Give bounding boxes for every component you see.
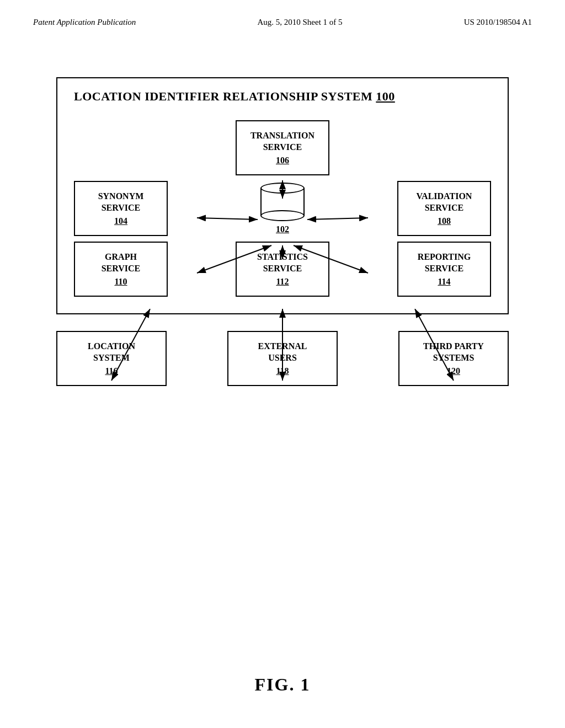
figure-caption: FIG. 1 — [0, 675, 565, 695]
cylinder-bottom — [260, 210, 305, 221]
location-system-box: LOCATIONSYSTEM 116 — [56, 331, 167, 386]
synonym-service-box: SYNONYMSERVICE 104 — [74, 181, 168, 236]
translation-service-ref: 106 — [276, 156, 289, 165]
location-system-ref: 116 — [105, 366, 118, 376]
top-row: TRANSLATIONSERVICE 106 — [74, 120, 491, 175]
database-cylinder — [260, 183, 305, 221]
header-date-sheet: Aug. 5, 2010 Sheet 1 of 5 — [257, 18, 342, 27]
diagram-area: LOCATION IDENTIFIER RELATIONSHIP SYSTEM … — [33, 77, 532, 629]
system-box: LOCATION IDENTIFIER RELATIONSHIP SYSTEM … — [56, 77, 509, 314]
statistics-service-box: STATISTICSSERVICE 112 — [236, 242, 329, 297]
third-party-systems-ref: 120 — [447, 366, 460, 376]
validation-service-ref: 108 — [438, 216, 451, 226]
external-users-label: EXTERNALUSERS — [258, 341, 307, 364]
translation-service-box: TRANSLATIONSERVICE 106 — [236, 120, 329, 175]
location-system-label: LOCATIONSYSTEM — [88, 341, 135, 364]
statistics-service-ref: 112 — [276, 277, 289, 287]
header-publication-type: Patent Application Publication — [33, 18, 136, 27]
graph-service-label: GRAPHSERVICE — [102, 251, 141, 275]
external-row: LOCATIONSYSTEM 116 EXTERNALUSERS 118 THI… — [56, 331, 509, 386]
reporting-service-box: REPORTINGSERVICE 114 — [397, 242, 491, 297]
validation-service-box: VALIDATIONSERVICE 108 — [397, 181, 491, 236]
synonym-service-ref: 104 — [114, 216, 127, 226]
reporting-service-ref: 114 — [438, 277, 450, 287]
third-party-systems-label: THIRD PARTYSYSTEMS — [423, 341, 484, 364]
diagram-wrapper: LOCATION IDENTIFIER RELATIONSHIP SYSTEM … — [56, 77, 509, 386]
mid-row: SYNONYMSERVICE 104 102 VALIDATIONSERVICE… — [74, 181, 491, 236]
bot-row: GRAPHSERVICE 110 STATISTICSSERVICE 112 R… — [74, 242, 491, 297]
database-container: 102 — [249, 183, 316, 234]
reporting-service-label: REPORTINGSERVICE — [418, 251, 471, 275]
external-users-ref: 118 — [276, 366, 289, 376]
validation-service-label: VALIDATIONSERVICE — [417, 191, 472, 214]
graph-service-box: GRAPHSERVICE 110 — [74, 242, 168, 297]
database-ref: 102 — [276, 224, 289, 234]
cylinder-top — [260, 183, 305, 194]
graph-service-ref: 110 — [114, 277, 127, 287]
system-title: LOCATION IDENTIFIER RELATIONSHIP SYSTEM … — [74, 89, 491, 104]
translation-service-label: TRANSLATIONSERVICE — [250, 130, 315, 153]
synonym-service-label: SYNONYMSERVICE — [98, 191, 144, 214]
page-header: Patent Application Publication Aug. 5, 2… — [0, 0, 565, 27]
external-users-box: EXTERNALUSERS 118 — [227, 331, 338, 386]
statistics-service-label: STATISTICSSERVICE — [257, 251, 308, 275]
header-patent-number: US 2010/198504 A1 — [464, 18, 532, 27]
third-party-systems-box: THIRD PARTYSYSTEMS 120 — [398, 331, 509, 386]
